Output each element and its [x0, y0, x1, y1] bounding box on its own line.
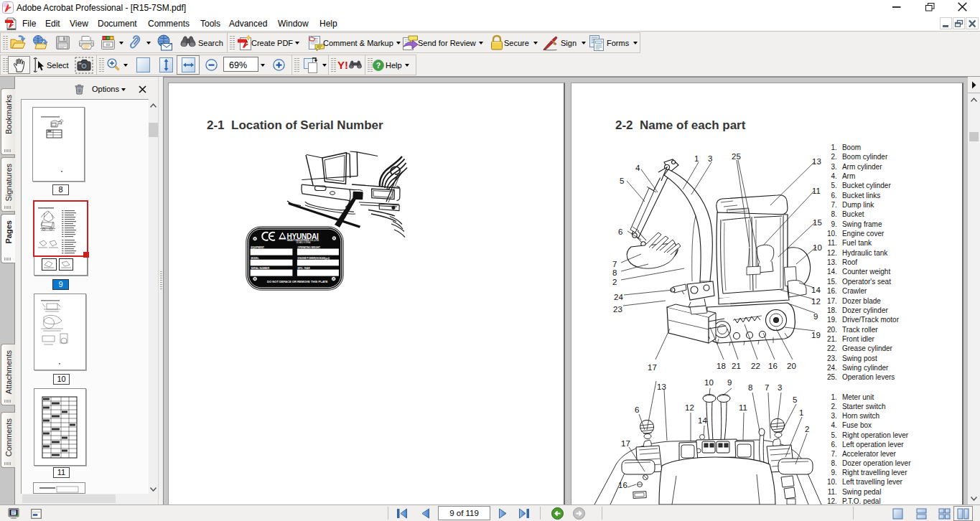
svg-text:12: 12	[811, 297, 821, 306]
svg-text:16: 16	[618, 481, 627, 489]
svg-text:1: 1	[694, 154, 699, 163]
svg-text:25: 25	[732, 152, 741, 161]
svg-text:16: 16	[768, 362, 778, 370]
svg-text:Y!: Y!	[337, 59, 348, 71]
svg-text:EQUIPMENT: EQUIPMENT	[251, 246, 264, 249]
svg-text:24: 24	[614, 293, 623, 301]
svg-text:7: 7	[765, 383, 769, 392]
svg-text:6: 6	[635, 405, 639, 414]
svg-text:17: 17	[648, 363, 657, 372]
svg-text:18: 18	[717, 362, 726, 370]
svg-text:5: 5	[793, 395, 797, 404]
svg-text:OPERATING WEIGHT: OPERATING WEIGHT	[298, 246, 321, 249]
svg-text:22: 22	[751, 362, 760, 370]
svg-text:?: ?	[376, 61, 381, 70]
svg-text:14: 14	[811, 286, 821, 294]
svg-text:8: 8	[748, 383, 752, 392]
svg-text:DO NOT DEFACE OR REMOVE THIS P: DO NOT DEFACE OR REMOVE THIS PLATE	[267, 280, 328, 283]
svg-text:12: 12	[685, 403, 694, 412]
svg-text:14: 14	[698, 416, 707, 425]
svg-text:10: 10	[704, 378, 714, 387]
svg-text:9: 9	[813, 312, 818, 321]
svg-text:8: 8	[612, 268, 617, 277]
svg-text:3: 3	[708, 154, 712, 163]
svg-text:2: 2	[612, 278, 617, 286]
svg-text:20: 20	[787, 362, 796, 370]
svg-text:6: 6	[618, 227, 622, 236]
svg-text:13: 13	[812, 157, 821, 166]
svg-text:ULSAN, KOREA: ULSAN, KOREA	[296, 241, 310, 244]
svg-text:17: 17	[621, 439, 630, 448]
svg-text:7: 7	[612, 260, 617, 268]
svg-text:9: 9	[727, 378, 732, 387]
svg-text:MODEL: MODEL	[251, 257, 258, 260]
svg-text:MFG. YEAR: MFG. YEAR	[298, 267, 311, 270]
svg-text:11: 11	[739, 403, 747, 412]
svg-text:21: 21	[732, 362, 741, 370]
svg-text:11: 11	[812, 187, 821, 195]
svg-text:1: 1	[799, 408, 803, 417]
svg-text:15: 15	[813, 218, 822, 227]
svg-text:23: 23	[613, 305, 622, 314]
svg-text:ENGINE POWER(ISO9249(gs)): ENGINE POWER(ISO9249(gs))	[298, 257, 330, 260]
svg-text:SERIAL NUMBER: SERIAL NUMBER	[251, 267, 269, 270]
svg-text:5: 5	[620, 177, 624, 185]
svg-text:4: 4	[635, 164, 640, 172]
svg-text:10: 10	[813, 243, 822, 252]
svg-text:13: 13	[657, 382, 666, 391]
svg-text:19: 19	[811, 331, 821, 339]
svg-text:3: 3	[778, 383, 782, 392]
svg-text:2: 2	[805, 425, 809, 433]
